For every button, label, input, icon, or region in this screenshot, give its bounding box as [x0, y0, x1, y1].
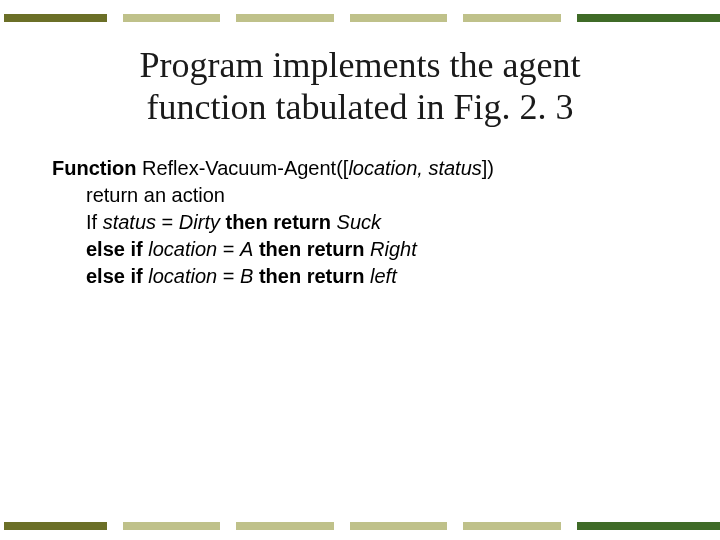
title-line-1: Program implements the agent — [140, 45, 581, 85]
fn-return-line: return an action — [52, 182, 680, 209]
fn-close: ]) — [482, 157, 494, 179]
fn-line-3: else if location = B then return left — [52, 263, 680, 290]
slide-body: Function Reflex-Vacuum-Agent([location, … — [52, 155, 680, 290]
fn-line-1: If status = Dirty then return Suck — [52, 209, 680, 236]
fn-arg-location: location, — [348, 157, 423, 179]
stripe-segment — [123, 14, 220, 22]
stripe-segment — [463, 14, 560, 22]
fn-arg-status: status — [428, 157, 481, 179]
fn-signature: Function Reflex-Vacuum-Agent([location, … — [52, 155, 680, 182]
stripe-segment — [350, 14, 447, 22]
stripe-segment — [123, 522, 220, 530]
stripe-segment — [4, 522, 107, 530]
stripe-segment — [577, 522, 720, 530]
bottom-stripe-row — [0, 522, 720, 530]
stripe-segment — [350, 522, 447, 530]
kw-function: Function — [52, 157, 136, 179]
slide-title: Program implements the agent function ta… — [60, 44, 660, 129]
stripe-segment — [236, 14, 333, 22]
title-line-2: function tabulated in Fig. 2. 3 — [147, 87, 574, 127]
stripe-segment — [577, 14, 720, 22]
stripe-segment — [236, 522, 333, 530]
fn-name: Reflex-Vacuum-Agent([ — [136, 157, 348, 179]
top-stripe-row — [0, 0, 720, 22]
stripe-segment — [4, 14, 107, 22]
fn-line-2: else if location = A then return Right — [52, 236, 680, 263]
stripe-segment — [463, 522, 560, 530]
